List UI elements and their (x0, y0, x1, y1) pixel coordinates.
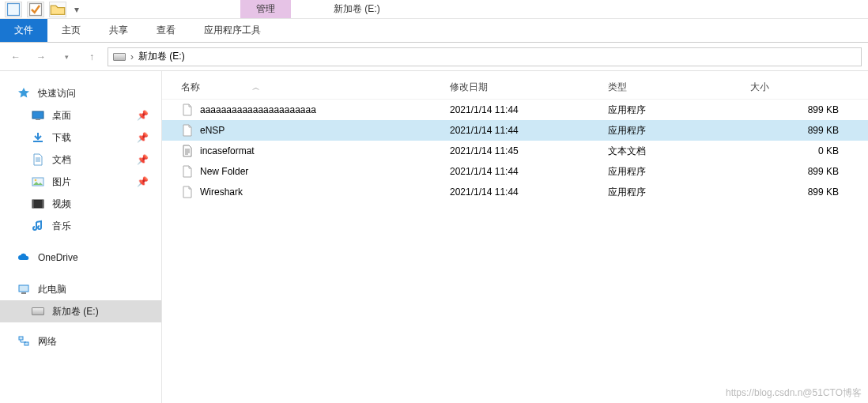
sidebar-item-label: 文档 (52, 153, 71, 167)
videos-icon (32, 198, 44, 210)
sidebar-item-desktop[interactable]: 桌面 📌 (0, 104, 161, 126)
column-label: 大小 (750, 81, 769, 94)
file-icon (181, 165, 194, 178)
network-icon (17, 335, 30, 348)
navigation-bar: ← → ▾ ↑ › 新加卷 (E:) (0, 43, 868, 71)
pin-icon: 📌 (137, 154, 149, 165)
sidebar-item-label: 视频 (52, 198, 71, 211)
qat-new-button[interactable] (27, 2, 44, 17)
file-type: 应用程序 (608, 186, 750, 199)
file-type: 应用程序 (608, 165, 750, 179)
sort-indicator-icon: ︿ (252, 82, 260, 93)
file-row[interactable]: aaaaaaaaaaaaaaaaaaaaaa2021/1/14 11:44应用程… (162, 100, 868, 120)
ribbon-tab-share[interactable]: 共享 (95, 19, 142, 42)
file-icon (181, 104, 194, 116)
ribbon-tab-apptools[interactable]: 应用程序工具 (190, 19, 275, 42)
navigation-pane: 快速访问 桌面 📌 下载 📌 文档 📌 图片 📌 视频 音乐 (0, 71, 162, 403)
sidebar-item-downloads[interactable]: 下载 📌 (0, 126, 161, 149)
pictures-icon (32, 175, 44, 188)
nav-forward-button[interactable]: → (32, 47, 51, 66)
file-modified: 2021/1/14 11:44 (450, 104, 608, 115)
cloud-icon (17, 251, 30, 264)
file-icon (181, 124, 194, 137)
qat-folder-button[interactable] (49, 2, 66, 17)
chevron-right-icon[interactable]: › (130, 51, 134, 62)
svg-rect-10 (19, 285, 28, 292)
ribbon-tab-file[interactable]: 文件 (0, 19, 47, 42)
svg-rect-7 (32, 200, 43, 208)
file-modified: 2021/1/14 11:45 (450, 145, 608, 156)
file-icon (181, 145, 194, 157)
file-row[interactable]: eNSP2021/1/14 11:44应用程序899 KB (162, 120, 868, 141)
sidebar-item-music[interactable]: 音乐 (0, 215, 161, 237)
file-name: incaseformat (200, 145, 255, 156)
file-row[interactable]: Wireshark2021/1/14 11:44应用程序899 KB (162, 182, 868, 202)
drive-icon (113, 53, 126, 61)
desktop-icon (32, 109, 44, 122)
nav-recent-dropdown[interactable]: ▾ (57, 47, 76, 66)
sidebar-item-label: 音乐 (52, 220, 71, 233)
file-name: New Folder (200, 166, 248, 177)
svg-rect-8 (32, 200, 34, 208)
column-label: 类型 (608, 81, 627, 94)
file-type: 文本文档 (608, 145, 750, 158)
ribbon-context-tab[interactable]: 管理 (240, 0, 291, 18)
column-header-modified[interactable]: 修改日期 (450, 81, 608, 94)
drive-icon (32, 305, 44, 318)
address-bar[interactable]: › 新加卷 (E:) (108, 47, 862, 66)
sidebar-item-documents[interactable]: 文档 📌 (0, 149, 161, 171)
file-modified: 2021/1/14 11:44 (450, 166, 608, 177)
sidebar-item-videos[interactable]: 视频 (0, 193, 161, 215)
pc-icon (17, 283, 30, 296)
sidebar-item-label: 下载 (52, 131, 71, 145)
ribbon-tabs: 文件 主页 共享 查看 应用程序工具 (0, 19, 868, 43)
sidebar-item-label: 网络 (38, 335, 57, 348)
file-modified: 2021/1/14 11:44 (450, 125, 608, 136)
svg-rect-4 (33, 141, 43, 142)
svg-rect-12 (19, 337, 23, 340)
ribbon-tab-home[interactable]: 主页 (47, 19, 95, 42)
column-header-name[interactable]: 名称︿ (181, 81, 450, 94)
sidebar-item-drive-e[interactable]: 新加卷 (E:) (0, 300, 161, 322)
music-icon (32, 220, 44, 232)
svg-rect-9 (42, 200, 43, 208)
file-rows: aaaaaaaaaaaaaaaaaaaaaa2021/1/14 11:44应用程… (162, 100, 868, 202)
ribbon-tab-view[interactable]: 查看 (142, 19, 190, 42)
nav-back-button[interactable]: ← (6, 47, 25, 66)
file-name: aaaaaaaaaaaaaaaaaaaaaa (200, 104, 316, 115)
pin-icon: 📌 (137, 110, 149, 121)
sidebar-item-onedrive[interactable]: OneDrive (0, 247, 161, 269)
svg-rect-0 (8, 3, 20, 15)
sidebar-item-network[interactable]: 网络 (0, 330, 161, 352)
watermark-text: https://blog.csdn.n@51CTO博客 (726, 386, 862, 400)
column-header-type[interactable]: 类型 (608, 81, 750, 94)
file-size: 899 KB (750, 125, 861, 136)
file-modified: 2021/1/14 11:44 (450, 186, 608, 198)
file-type: 应用程序 (608, 124, 750, 137)
sidebar-item-label: 新加卷 (E:) (52, 305, 99, 318)
pin-icon: 📌 (137, 132, 149, 143)
sidebar-item-pictures[interactable]: 图片 📌 (0, 171, 161, 193)
nav-up-button[interactable]: ↑ (82, 47, 101, 66)
column-label: 名称 (181, 81, 200, 94)
sidebar-item-this-pc[interactable]: 此电脑 (0, 278, 161, 300)
svg-point-6 (35, 179, 37, 182)
qat-properties-button[interactable] (5, 2, 22, 17)
pin-icon: 📌 (137, 176, 149, 187)
sidebar-item-label: 此电脑 (38, 283, 66, 296)
svg-rect-3 (36, 119, 40, 120)
sidebar-item-quick-access[interactable]: 快速访问 (0, 82, 161, 104)
file-row[interactable]: New Folder2021/1/14 11:44应用程序899 KB (162, 161, 868, 182)
svg-rect-11 (21, 292, 26, 294)
file-name: Wireshark (200, 186, 243, 198)
breadcrumb-location[interactable]: 新加卷 (E:) (138, 50, 185, 63)
column-header-size[interactable]: 大小 (750, 81, 861, 94)
file-row[interactable]: incaseformat2021/1/14 11:45文本文档0 KB (162, 141, 868, 161)
sidebar-item-label: 图片 (52, 175, 71, 189)
file-type: 应用程序 (608, 104, 750, 117)
file-size: 899 KB (750, 104, 861, 115)
download-icon (32, 131, 44, 144)
column-label: 修改日期 (450, 81, 488, 94)
qat-dropdown-icon[interactable]: ▾ (71, 4, 82, 15)
window-title: 新加卷 (E:) (323, 0, 391, 18)
